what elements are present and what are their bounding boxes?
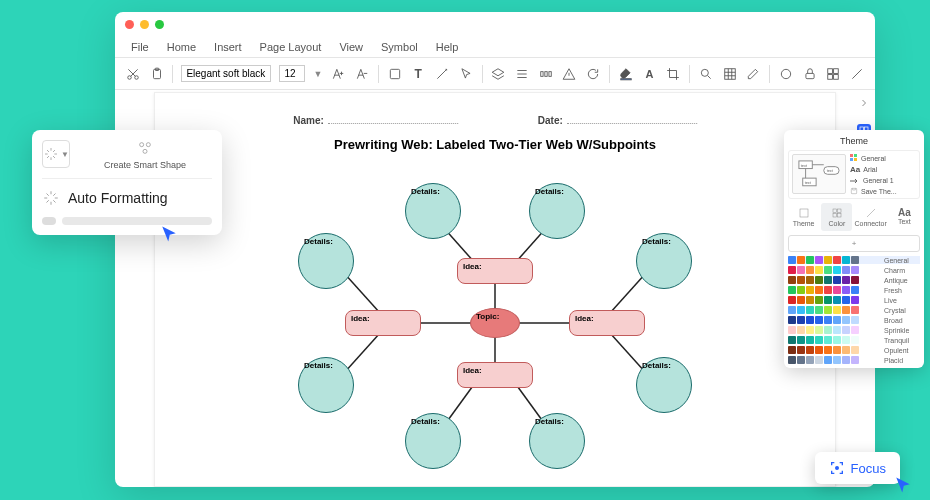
text-tool-icon[interactable]: T bbox=[410, 66, 426, 82]
menu-file[interactable]: File bbox=[131, 41, 149, 53]
menu-symbol[interactable]: Symbol bbox=[381, 41, 418, 53]
svg-point-39 bbox=[143, 149, 147, 153]
svg-rect-6 bbox=[545, 71, 547, 76]
node-details[interactable]: Details: bbox=[298, 233, 354, 289]
paste-icon[interactable] bbox=[149, 66, 165, 82]
palette-row[interactable]: Charm bbox=[788, 266, 920, 274]
theme-meta-font: AaArial bbox=[850, 165, 916, 174]
date-label: Date: bbox=[538, 115, 563, 126]
node-details[interactable]: Details: bbox=[636, 233, 692, 289]
menu-insert[interactable]: Insert bbox=[214, 41, 242, 53]
more-icon[interactable] bbox=[849, 66, 865, 82]
separator bbox=[172, 65, 173, 83]
close-icon[interactable] bbox=[125, 20, 134, 29]
node-details[interactable]: Details: bbox=[636, 357, 692, 413]
node-idea[interactable]: Idea: bbox=[345, 310, 421, 336]
svg-point-11 bbox=[781, 69, 790, 78]
rotate-icon[interactable] bbox=[585, 66, 601, 82]
svg-rect-13 bbox=[828, 68, 833, 73]
node-idea[interactable]: Idea: bbox=[569, 310, 645, 336]
font-increase-icon[interactable] bbox=[330, 66, 346, 82]
focus-button[interactable]: Focus bbox=[815, 452, 900, 484]
node-topic[interactable]: Topic: bbox=[470, 308, 520, 338]
palette-row[interactable]: Sprinkle bbox=[788, 326, 920, 334]
node-details[interactable]: Details: bbox=[298, 357, 354, 413]
palette-row[interactable]: Broad bbox=[788, 316, 920, 324]
table-icon[interactable] bbox=[722, 66, 738, 82]
svg-rect-15 bbox=[828, 74, 833, 79]
node-details[interactable]: Details: bbox=[405, 183, 461, 239]
font-size-select[interactable] bbox=[279, 65, 305, 82]
rail-expand-icon[interactable] bbox=[857, 96, 871, 110]
lock-icon[interactable] bbox=[802, 66, 818, 82]
menu-view[interactable]: View bbox=[339, 41, 363, 53]
node-details[interactable]: Details: bbox=[529, 183, 585, 239]
grid-icon[interactable] bbox=[826, 66, 842, 82]
shape-icon[interactable] bbox=[387, 66, 403, 82]
minimize-icon[interactable] bbox=[140, 20, 149, 29]
name-label: Name: bbox=[293, 115, 324, 126]
name-field[interactable] bbox=[328, 123, 458, 124]
maximize-icon[interactable] bbox=[155, 20, 164, 29]
crop-icon[interactable] bbox=[665, 66, 681, 82]
palette-row[interactable]: Antique bbox=[788, 276, 920, 284]
tab-theme[interactable]: Theme bbox=[788, 203, 819, 231]
node-details[interactable]: Details: bbox=[405, 413, 461, 469]
create-smart-shape-button[interactable]: Create Smart Shape bbox=[78, 140, 212, 170]
auto-formatting-button[interactable]: Auto Formatting bbox=[42, 189, 212, 207]
palette-row[interactable]: General bbox=[788, 256, 920, 264]
cut-icon[interactable] bbox=[125, 66, 141, 82]
circle-tool-icon[interactable] bbox=[778, 66, 794, 82]
connector-icon[interactable] bbox=[434, 66, 450, 82]
font-decrease-icon[interactable] bbox=[354, 66, 370, 82]
add-palette-button[interactable]: + bbox=[788, 235, 920, 252]
palette-row[interactable]: Crystal bbox=[788, 306, 920, 314]
palette-row[interactable]: Fresh bbox=[788, 286, 920, 294]
pointer-icon[interactable] bbox=[458, 66, 474, 82]
svg-rect-5 bbox=[541, 71, 543, 76]
svg-rect-50 bbox=[851, 188, 856, 193]
theme-meta-general: General bbox=[850, 154, 916, 162]
date-field[interactable] bbox=[567, 123, 697, 124]
node-idea[interactable]: Idea: bbox=[457, 258, 533, 284]
palette-row[interactable]: Placid bbox=[788, 356, 920, 364]
palette-row[interactable]: Tranquil bbox=[788, 336, 920, 344]
text-color-icon[interactable]: A bbox=[642, 66, 658, 82]
fill-color-icon[interactable] bbox=[618, 66, 634, 82]
cursor-icon bbox=[160, 225, 178, 243]
palette-row[interactable]: Live bbox=[788, 296, 920, 304]
tab-text[interactable]: AaText bbox=[889, 203, 920, 231]
font-select[interactable] bbox=[181, 65, 271, 82]
menu-page-layout[interactable]: Page Layout bbox=[260, 41, 322, 53]
theme-title: Theme bbox=[788, 134, 920, 150]
svg-rect-4 bbox=[390, 69, 399, 78]
menu-help[interactable]: Help bbox=[436, 41, 459, 53]
tab-connector[interactable]: Connector bbox=[854, 203, 886, 231]
search-icon[interactable] bbox=[698, 66, 714, 82]
svg-rect-47 bbox=[854, 154, 857, 157]
canvas[interactable]: Name: Date: Prewriting Web: Labeled Two-… bbox=[154, 92, 836, 487]
svg-rect-46 bbox=[850, 154, 853, 157]
diagram[interactable]: Topic: Idea: Idea: Idea: Idea: Details: … bbox=[280, 163, 710, 483]
field-row: Name: Date: bbox=[293, 115, 697, 126]
node-idea[interactable]: Idea: bbox=[457, 362, 533, 388]
toolbar: ▼ T A bbox=[115, 58, 875, 90]
menu-home[interactable]: Home bbox=[167, 41, 196, 53]
warning-icon[interactable] bbox=[562, 66, 578, 82]
theme-thumbnail[interactable]: texttexttext bbox=[792, 154, 846, 194]
auto-formatting-slider[interactable] bbox=[42, 217, 212, 225]
distribute-icon[interactable] bbox=[538, 66, 554, 82]
svg-rect-12 bbox=[806, 73, 814, 78]
smart-shape-icon[interactable]: ▼ bbox=[42, 140, 70, 168]
separator bbox=[769, 65, 770, 83]
svg-rect-51 bbox=[800, 209, 808, 217]
align-icon[interactable] bbox=[514, 66, 530, 82]
tab-color[interactable]: Color bbox=[821, 203, 852, 231]
edit-icon[interactable] bbox=[746, 66, 762, 82]
layers-icon[interactable] bbox=[491, 66, 507, 82]
node-details[interactable]: Details: bbox=[529, 413, 585, 469]
svg-rect-10 bbox=[724, 68, 735, 79]
svg-rect-54 bbox=[833, 214, 837, 218]
palette-row[interactable]: Opulent bbox=[788, 346, 920, 354]
theme-save-button[interactable]: Save The... bbox=[850, 187, 916, 195]
